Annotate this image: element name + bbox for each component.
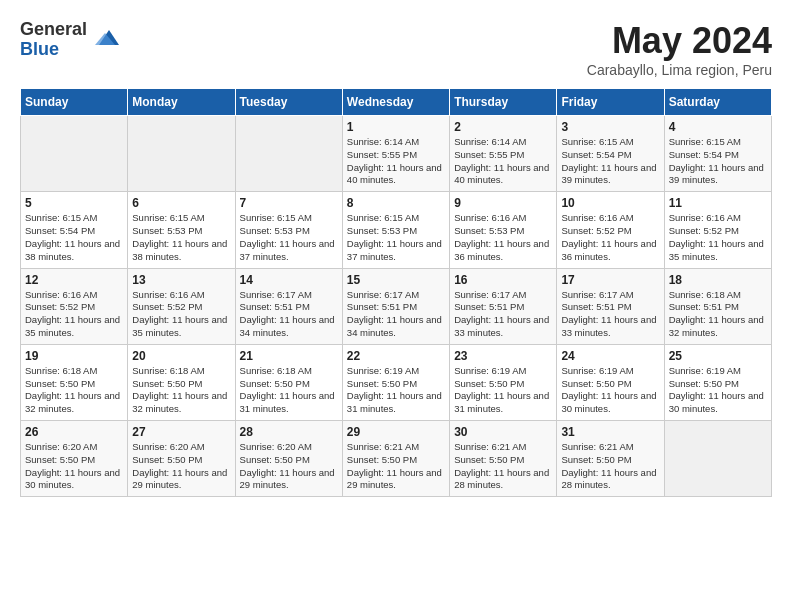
day-number: 26	[25, 425, 123, 439]
week-row-4: 19Sunrise: 6:18 AM Sunset: 5:50 PM Dayli…	[21, 344, 772, 420]
day-number: 30	[454, 425, 552, 439]
day-info: Sunrise: 6:16 AM Sunset: 5:52 PM Dayligh…	[25, 289, 123, 340]
title-area: May 2024 Carabayllo, Lima region, Peru	[587, 20, 772, 78]
day-info: Sunrise: 6:15 AM Sunset: 5:53 PM Dayligh…	[347, 212, 445, 263]
col-sunday: Sunday	[21, 89, 128, 116]
day-cell: 20Sunrise: 6:18 AM Sunset: 5:50 PM Dayli…	[128, 344, 235, 420]
day-number: 4	[669, 120, 767, 134]
day-info: Sunrise: 6:19 AM Sunset: 5:50 PM Dayligh…	[561, 365, 659, 416]
col-saturday: Saturday	[664, 89, 771, 116]
day-cell: 12Sunrise: 6:16 AM Sunset: 5:52 PM Dayli…	[21, 268, 128, 344]
calendar-header: Sunday Monday Tuesday Wednesday Thursday…	[21, 89, 772, 116]
day-cell: 9Sunrise: 6:16 AM Sunset: 5:53 PM Daylig…	[450, 192, 557, 268]
calendar: Sunday Monday Tuesday Wednesday Thursday…	[20, 88, 772, 497]
day-cell: 25Sunrise: 6:19 AM Sunset: 5:50 PM Dayli…	[664, 344, 771, 420]
day-cell: 13Sunrise: 6:16 AM Sunset: 5:52 PM Dayli…	[128, 268, 235, 344]
day-info: Sunrise: 6:14 AM Sunset: 5:55 PM Dayligh…	[347, 136, 445, 187]
day-cell: 1Sunrise: 6:14 AM Sunset: 5:55 PM Daylig…	[342, 116, 449, 192]
day-cell: 27Sunrise: 6:20 AM Sunset: 5:50 PM Dayli…	[128, 421, 235, 497]
day-info: Sunrise: 6:20 AM Sunset: 5:50 PM Dayligh…	[240, 441, 338, 492]
day-number: 17	[561, 273, 659, 287]
day-info: Sunrise: 6:19 AM Sunset: 5:50 PM Dayligh…	[347, 365, 445, 416]
day-cell: 4Sunrise: 6:15 AM Sunset: 5:54 PM Daylig…	[664, 116, 771, 192]
day-cell: 28Sunrise: 6:20 AM Sunset: 5:50 PM Dayli…	[235, 421, 342, 497]
day-info: Sunrise: 6:16 AM Sunset: 5:52 PM Dayligh…	[669, 212, 767, 263]
day-cell: 29Sunrise: 6:21 AM Sunset: 5:50 PM Dayli…	[342, 421, 449, 497]
logo-text: General Blue	[20, 20, 87, 60]
day-info: Sunrise: 6:21 AM Sunset: 5:50 PM Dayligh…	[561, 441, 659, 492]
calendar-body: 1Sunrise: 6:14 AM Sunset: 5:55 PM Daylig…	[21, 116, 772, 497]
day-info: Sunrise: 6:21 AM Sunset: 5:50 PM Dayligh…	[454, 441, 552, 492]
day-info: Sunrise: 6:16 AM Sunset: 5:52 PM Dayligh…	[132, 289, 230, 340]
day-number: 16	[454, 273, 552, 287]
day-number: 24	[561, 349, 659, 363]
day-cell: 21Sunrise: 6:18 AM Sunset: 5:50 PM Dayli…	[235, 344, 342, 420]
day-info: Sunrise: 6:14 AM Sunset: 5:55 PM Dayligh…	[454, 136, 552, 187]
col-thursday: Thursday	[450, 89, 557, 116]
day-info: Sunrise: 6:20 AM Sunset: 5:50 PM Dayligh…	[25, 441, 123, 492]
logo: General Blue	[20, 20, 121, 60]
day-cell: 31Sunrise: 6:21 AM Sunset: 5:50 PM Dayli…	[557, 421, 664, 497]
day-info: Sunrise: 6:18 AM Sunset: 5:50 PM Dayligh…	[240, 365, 338, 416]
day-info: Sunrise: 6:20 AM Sunset: 5:50 PM Dayligh…	[132, 441, 230, 492]
day-cell: 17Sunrise: 6:17 AM Sunset: 5:51 PM Dayli…	[557, 268, 664, 344]
day-info: Sunrise: 6:18 AM Sunset: 5:50 PM Dayligh…	[132, 365, 230, 416]
day-info: Sunrise: 6:15 AM Sunset: 5:54 PM Dayligh…	[561, 136, 659, 187]
day-info: Sunrise: 6:18 AM Sunset: 5:50 PM Dayligh…	[25, 365, 123, 416]
day-cell	[128, 116, 235, 192]
day-info: Sunrise: 6:17 AM Sunset: 5:51 PM Dayligh…	[454, 289, 552, 340]
header-row: Sunday Monday Tuesday Wednesday Thursday…	[21, 89, 772, 116]
day-info: Sunrise: 6:21 AM Sunset: 5:50 PM Dayligh…	[347, 441, 445, 492]
day-cell	[235, 116, 342, 192]
day-info: Sunrise: 6:16 AM Sunset: 5:52 PM Dayligh…	[561, 212, 659, 263]
day-cell: 30Sunrise: 6:21 AM Sunset: 5:50 PM Dayli…	[450, 421, 557, 497]
day-cell: 7Sunrise: 6:15 AM Sunset: 5:53 PM Daylig…	[235, 192, 342, 268]
day-info: Sunrise: 6:15 AM Sunset: 5:53 PM Dayligh…	[240, 212, 338, 263]
logo-icon	[91, 25, 121, 55]
day-number: 1	[347, 120, 445, 134]
day-number: 25	[669, 349, 767, 363]
day-cell: 8Sunrise: 6:15 AM Sunset: 5:53 PM Daylig…	[342, 192, 449, 268]
week-row-3: 12Sunrise: 6:16 AM Sunset: 5:52 PM Dayli…	[21, 268, 772, 344]
day-info: Sunrise: 6:19 AM Sunset: 5:50 PM Dayligh…	[669, 365, 767, 416]
day-number: 13	[132, 273, 230, 287]
day-cell: 19Sunrise: 6:18 AM Sunset: 5:50 PM Dayli…	[21, 344, 128, 420]
day-number: 14	[240, 273, 338, 287]
day-info: Sunrise: 6:17 AM Sunset: 5:51 PM Dayligh…	[240, 289, 338, 340]
day-cell: 23Sunrise: 6:19 AM Sunset: 5:50 PM Dayli…	[450, 344, 557, 420]
day-cell: 16Sunrise: 6:17 AM Sunset: 5:51 PM Dayli…	[450, 268, 557, 344]
day-number: 9	[454, 196, 552, 210]
day-number: 20	[132, 349, 230, 363]
day-info: Sunrise: 6:17 AM Sunset: 5:51 PM Dayligh…	[561, 289, 659, 340]
day-number: 19	[25, 349, 123, 363]
day-cell: 10Sunrise: 6:16 AM Sunset: 5:52 PM Dayli…	[557, 192, 664, 268]
day-cell: 24Sunrise: 6:19 AM Sunset: 5:50 PM Dayli…	[557, 344, 664, 420]
week-row-5: 26Sunrise: 6:20 AM Sunset: 5:50 PM Dayli…	[21, 421, 772, 497]
day-number: 31	[561, 425, 659, 439]
day-cell: 11Sunrise: 6:16 AM Sunset: 5:52 PM Dayli…	[664, 192, 771, 268]
day-number: 6	[132, 196, 230, 210]
day-number: 28	[240, 425, 338, 439]
logo-general: General	[20, 20, 87, 40]
col-friday: Friday	[557, 89, 664, 116]
day-info: Sunrise: 6:17 AM Sunset: 5:51 PM Dayligh…	[347, 289, 445, 340]
day-number: 7	[240, 196, 338, 210]
day-number: 29	[347, 425, 445, 439]
col-tuesday: Tuesday	[235, 89, 342, 116]
day-cell: 22Sunrise: 6:19 AM Sunset: 5:50 PM Dayli…	[342, 344, 449, 420]
day-number: 8	[347, 196, 445, 210]
day-number: 15	[347, 273, 445, 287]
day-cell: 14Sunrise: 6:17 AM Sunset: 5:51 PM Dayli…	[235, 268, 342, 344]
day-info: Sunrise: 6:19 AM Sunset: 5:50 PM Dayligh…	[454, 365, 552, 416]
day-cell: 3Sunrise: 6:15 AM Sunset: 5:54 PM Daylig…	[557, 116, 664, 192]
day-cell: 2Sunrise: 6:14 AM Sunset: 5:55 PM Daylig…	[450, 116, 557, 192]
month-title: May 2024	[587, 20, 772, 62]
day-info: Sunrise: 6:18 AM Sunset: 5:51 PM Dayligh…	[669, 289, 767, 340]
day-cell: 26Sunrise: 6:20 AM Sunset: 5:50 PM Dayli…	[21, 421, 128, 497]
day-cell	[664, 421, 771, 497]
day-number: 2	[454, 120, 552, 134]
week-row-2: 5Sunrise: 6:15 AM Sunset: 5:54 PM Daylig…	[21, 192, 772, 268]
header: General Blue May 2024 Carabayllo, Lima r…	[20, 20, 772, 78]
day-number: 12	[25, 273, 123, 287]
day-number: 10	[561, 196, 659, 210]
